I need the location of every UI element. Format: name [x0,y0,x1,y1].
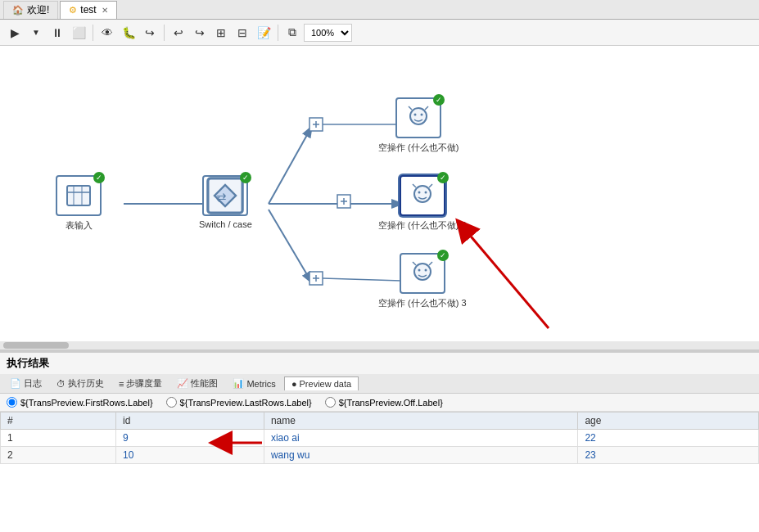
canvas-area[interactable]: ✓ 表输入 ✓ ⇄ Switch / c [0,46,759,352]
col-age: age [578,413,759,430]
zoom-select[interactable]: 100% 50% 75% 125% 150% 200% [304,24,352,42]
tab-log[interactable]: 📄 日志 [3,376,48,391]
svg-point-30 [414,264,431,280]
preview-off-radio[interactable] [325,397,336,408]
svg-point-27 [414,186,431,202]
table-cell: 10 [116,447,264,464]
svg-point-31 [418,269,420,272]
svg-line-3 [269,210,311,282]
preview-options-row: ${TransPreview.FirstRows.Label} ${TransP… [0,394,759,412]
preview-option-last[interactable]: ${TransPreview.LastRows.Label} [166,397,312,408]
tab-log-label: 日志 [24,377,42,390]
node-switch-label: Switch / case [199,219,252,229]
preview-first-label: ${TransPreview.FirstRows.Label} [20,398,153,408]
node-op2-check: ✓ [437,172,449,183]
toolbar: ▶ ▼ ⏸ ⬜ 👁 🐛 ↪ ↩ ↪ ⊞ ⊟ 📝 ⧉ 100% 50% 75% 1… [0,20,759,46]
col-hash: # [1,413,116,430]
tab-bar: 🏠 欢迎! ⚙ test ✕ [0,0,759,20]
tab-test[interactable]: ⚙ test ✕ [60,1,116,19]
welcome-icon: 🏠 [12,5,24,16]
test-tab-label: test [80,4,96,16]
perf-icon: 📈 [177,378,188,389]
svg-line-1 [269,128,311,204]
node-table-input-check: ✓ [93,172,105,183]
node-op3-label: 空操作 (什么也不做) 3 [378,297,467,309]
welcome-tab-label: 欢迎! [27,3,49,17]
preview-option-first[interactable]: ${TransPreview.FirstRows.Label} [7,397,153,408]
node-op1-box[interactable]: ✓ [395,97,441,138]
redo-button[interactable]: ↪ [190,23,210,43]
svg-line-33 [459,222,549,328]
node-switch[interactable]: ✓ ⇄ Switch / case [199,175,252,229]
svg-point-29 [424,192,427,194]
table-cell: 1 [1,430,116,447]
undo-button[interactable]: ↩ [169,23,188,43]
col-name: name [264,413,577,430]
node-op3[interactable]: ✓ 空操作 (什么也不做) 3 [378,253,467,309]
table-cell: 9 [116,430,264,447]
tab-preview[interactable]: ● Preview data [284,376,359,390]
node-op3-check: ✓ [437,250,449,261]
preview-last-radio[interactable] [166,397,177,408]
step-button[interactable]: ↪ [140,23,160,43]
node-op1[interactable]: ✓ 空操作 (什么也不做) [378,97,459,154]
node-table-input-label: 表输入 [66,219,93,232]
steps-icon: ≡ [119,379,124,389]
node-table-input[interactable]: ✓ 表输入 [56,175,102,232]
pause-button[interactable]: ⏸ [47,23,67,43]
node-op3-box[interactable]: ✓ [400,253,445,294]
main-area: ✓ 表输入 ✓ ⇄ Switch / c [0,46,759,532]
preview-icon: ● [291,379,297,389]
debug-button[interactable]: 🐛 [119,23,138,43]
table-row: 19xiao ai22 [1,430,759,447]
node-table-input-box[interactable]: ✓ [56,175,102,216]
run-options-button[interactable]: ▼ [26,23,46,43]
preview-first-radio[interactable] [7,397,17,408]
preview-option-off[interactable]: ${TransPreview.Off.Label} [325,397,443,408]
tab-welcome[interactable]: 🏠 欢迎! [3,1,58,19]
node-switch-check: ✓ [240,172,251,183]
tab-history-label: 执行历史 [68,377,104,390]
svg-rect-17 [67,186,90,205]
table-row: 210wang wu23 [1,447,759,464]
test-tab-close[interactable]: ✕ [102,6,108,15]
grid-button[interactable]: ⊟ [233,23,252,43]
stop-button[interactable]: ⬜ [69,23,88,43]
tab-steps-label: 步骤度量 [126,377,162,390]
svg-point-26 [421,114,423,116]
run-button[interactable]: ▶ [5,23,25,43]
node-op2-box[interactable]: ✓ [400,175,445,216]
tab-metrics-label: Metrics [246,379,275,389]
svg-point-25 [414,114,417,116]
node-op2[interactable]: ✓ 空操作 (什么也不做) 2 [378,175,467,232]
sep1 [93,25,93,41]
preview-off-label: ${TransPreview.Off.Label} [339,398,443,408]
preview-table: # id name age 19xiao ai22210wang wu23 [0,412,759,464]
svg-point-28 [418,192,420,194]
node-switch-box[interactable]: ✓ ⇄ [202,175,248,216]
col-id: id [116,413,264,430]
tab-preview-label: Preview data [300,379,352,389]
svg-point-32 [424,269,427,272]
note-button[interactable]: 📝 [254,23,273,43]
tab-perf[interactable]: 📈 性能图 [170,376,224,391]
align-button[interactable]: ⊞ [211,23,231,43]
tab-metrics[interactable]: 📊 Metrics [226,376,282,390]
preview-button[interactable]: 👁 [97,23,117,43]
table-cell: 23 [578,447,759,464]
metrics-icon: 📊 [233,378,244,389]
node-op2-label: 空操作 (什么也不做) 2 [378,219,467,232]
copy-button[interactable]: ⧉ [282,23,302,43]
table-cell: 2 [1,447,116,464]
node-op1-label: 空操作 (什么也不做) [378,142,459,154]
canvas-scrollbar[interactable] [0,341,759,349]
history-icon: ⏱ [56,379,66,389]
tab-history[interactable]: ⏱ 执行历史 [50,376,111,391]
log-icon: 📄 [10,378,21,389]
svg-rect-10 [309,272,323,285]
tab-steps[interactable]: ≡ 步骤度量 [112,376,169,391]
svg-rect-4 [309,118,323,131]
canvas-scroll-thumb[interactable] [3,342,69,349]
bottom-panel-title: 执行结果 [0,353,759,374]
svg-point-24 [410,108,427,124]
